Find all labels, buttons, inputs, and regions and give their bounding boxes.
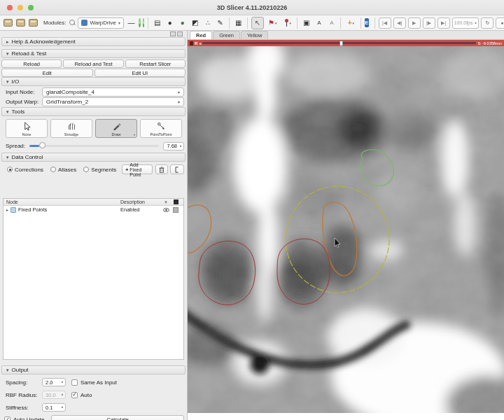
- mri-slice-image[interactable]: [188, 46, 504, 413]
- place-flag-button[interactable]: ⚑ ▾: [266, 17, 279, 29]
- paint-icon[interactable]: ◩: [190, 18, 200, 28]
- radio-atlases[interactable]: [50, 167, 56, 172]
- section-output[interactable]: ▾ Output: [1, 365, 186, 374]
- module-selector[interactable]: WarpDrive ▾: [78, 18, 124, 29]
- panel-pin-icon[interactable]: [170, 31, 176, 36]
- traffic-lights[interactable]: [7, 5, 34, 10]
- section-data-control[interactable]: ▾ Data Control: [1, 153, 186, 162]
- output-warp-selector[interactable]: GridTransform_2 ▾: [42, 97, 184, 106]
- tool-draw-button[interactable]: Draw ▾: [95, 119, 137, 138]
- view-menu-icon[interactable]: ◂▸: [199, 41, 201, 46]
- pin-icon[interactable]: [190, 41, 193, 46]
- load-dicom-icon[interactable]: [15, 18, 26, 28]
- section-io[interactable]: ▾ I/O: [1, 77, 186, 86]
- section-reload-test[interactable]: ▾ Reload & Test: [1, 49, 186, 58]
- slice-view: Red Green Yellow R ◂▸ S: -9.0358mm: [188, 31, 504, 420]
- col-node[interactable]: Node: [6, 200, 120, 204]
- fixed-points-node-icon: [10, 207, 16, 213]
- modules-label: Modules:: [43, 20, 66, 26]
- reload-button[interactable]: Reload: [1, 59, 62, 68]
- slice-controller-bar[interactable]: R ◂▸ S: -9.0358mm: [188, 40, 504, 46]
- fps-spinbox[interactable]: 100.0fps ▲▼: [452, 18, 479, 29]
- seq-first-frame-button[interactable]: |◀: [379, 18, 391, 29]
- spread-slider[interactable]: [29, 145, 159, 147]
- seq-prev-frame-button[interactable]: ◀|: [393, 18, 406, 29]
- seq-play-button[interactable]: ▶: [408, 18, 421, 29]
- view-3d-icon[interactable]: ●: [164, 18, 175, 28]
- pen-icon[interactable]: ✎: [215, 18, 225, 28]
- annotation-hidden-icon[interactable]: A: [326, 18, 337, 28]
- visibility-toggle[interactable]: [161, 208, 171, 212]
- module-forward-button[interactable]: ›: [143, 18, 145, 27]
- spacing-spinbox[interactable]: 2.0 ▲▼: [42, 378, 66, 386]
- edit-ui-button[interactable]: Edit UI: [94, 69, 186, 77]
- seq-record-button[interactable]: ●: [496, 18, 504, 29]
- table-row[interactable]: ▸ Fixed Points Enabled: [4, 206, 183, 214]
- auto-update-checkbox[interactable]: ✓: [4, 416, 10, 420]
- close-button[interactable]: [7, 5, 13, 10]
- restart-slicer-button[interactable]: Restart Slicer: [125, 59, 186, 68]
- section-output-label: Output: [12, 367, 29, 373]
- stiffness-spinbox[interactable]: 0.1 ▲▼: [42, 403, 66, 412]
- tab-green[interactable]: Green: [213, 31, 240, 39]
- preview-button[interactable]: [170, 164, 184, 174]
- view-label: R: [195, 41, 197, 46]
- edit-button[interactable]: Edit: [1, 69, 93, 77]
- layout-selector-icon[interactable]: ▦: [233, 18, 244, 28]
- chevron-down-icon: ▾: [352, 21, 354, 25]
- module-back-button[interactable]: ‹: [139, 18, 141, 27]
- load-data-icon[interactable]: [3, 18, 13, 28]
- annotation-visible-icon[interactable]: A: [314, 18, 324, 28]
- radio-segments[interactable]: [83, 167, 89, 172]
- section-tools[interactable]: ▾ Tools: [1, 107, 186, 116]
- tool-pointtopoint-button[interactable]: PointToPoint: [140, 119, 182, 138]
- same-as-input-checkbox[interactable]: [71, 379, 78, 386]
- input-node-selector[interactable]: glanatComposite_4 ▾: [42, 88, 184, 97]
- table-header[interactable]: Node Description ▾: [4, 199, 183, 206]
- col-description[interactable]: Description: [120, 200, 161, 204]
- add-fixed-point-button[interactable]: + Add Fixed Point: [122, 164, 153, 174]
- minimize-button[interactable]: [18, 5, 23, 10]
- spread-label: Spread:: [6, 143, 25, 149]
- tab-yellow[interactable]: Yellow: [241, 31, 268, 39]
- extensions-manager-icon[interactable]: E: [365, 18, 368, 27]
- tool-none-label: None: [22, 132, 31, 136]
- tool-none-button[interactable]: None: [6, 119, 48, 138]
- section-reload-test-label: Reload & Test: [12, 50, 47, 57]
- seq-next-frame-button[interactable]: |▶: [423, 18, 435, 29]
- delete-button[interactable]: [155, 164, 168, 174]
- col-visibility[interactable]: ▾: [161, 200, 171, 205]
- nodes-icon[interactable]: ∴: [202, 18, 213, 28]
- place-marker-button[interactable]: ▾: [281, 17, 293, 29]
- seq-loop-button[interactable]: ↻: [481, 18, 493, 29]
- auto-checkbox[interactable]: ✓: [71, 392, 78, 398]
- tab-red[interactable]: Red: [190, 31, 212, 39]
- slice-offset-handle[interactable]: [340, 41, 343, 46]
- color-swatch[interactable]: [171, 207, 181, 213]
- module-search-icon[interactable]: [69, 20, 76, 26]
- reload-and-test-button[interactable]: Reload and Test: [63, 59, 123, 68]
- check-icon: ✓: [72, 392, 77, 398]
- radio-corrections[interactable]: [7, 167, 13, 172]
- seq-last-frame-button[interactable]: ▶|: [438, 18, 450, 29]
- tool-smudge-button[interactable]: Smudge: [50, 119, 92, 138]
- col-color[interactable]: [171, 200, 181, 204]
- slice-offset-slider[interactable]: [202, 42, 476, 44]
- save-data-icon[interactable]: [28, 18, 38, 28]
- expand-arrow-icon[interactable]: ▸: [6, 207, 8, 212]
- fps-value: 100.0fps: [454, 20, 473, 25]
- crosshair-button[interactable]: + ▾: [344, 17, 357, 29]
- zoom-button[interactable]: [28, 5, 34, 10]
- expanded-icon: ▾: [6, 368, 9, 373]
- pointer-mode-button[interactable]: ↖: [251, 17, 264, 29]
- module-list-icon[interactable]: ▤: [152, 18, 162, 28]
- calculate-button[interactable]: Calculate: [51, 415, 184, 420]
- atlas-icon[interactable]: ●: [177, 18, 188, 28]
- spread-spinbox[interactable]: 7.68 ▲▼: [163, 142, 184, 150]
- spread-slider-handle[interactable]: [39, 142, 46, 148]
- panel-undock-icon[interactable]: [177, 31, 183, 36]
- module-history-icon[interactable]: —: [126, 18, 136, 28]
- screenshot-icon[interactable]: ▣: [301, 18, 312, 28]
- section-help[interactable]: ▸ Help & Acknowledgement: [1, 37, 186, 46]
- bracket-icon: [174, 167, 180, 173]
